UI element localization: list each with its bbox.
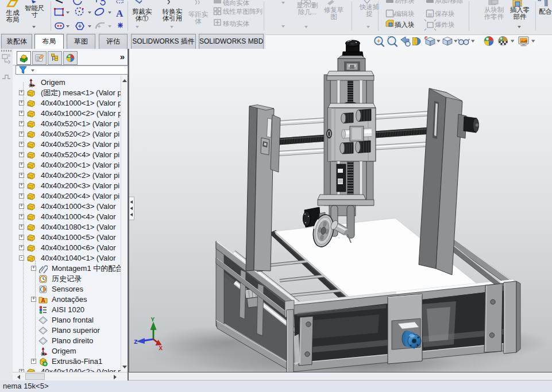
svg-text:Y: Y	[151, 316, 155, 323]
svg-text:X: X	[159, 345, 163, 352]
svg-text:Z: Z	[134, 339, 138, 346]
svg-text:A: A	[116, 8, 123, 19]
